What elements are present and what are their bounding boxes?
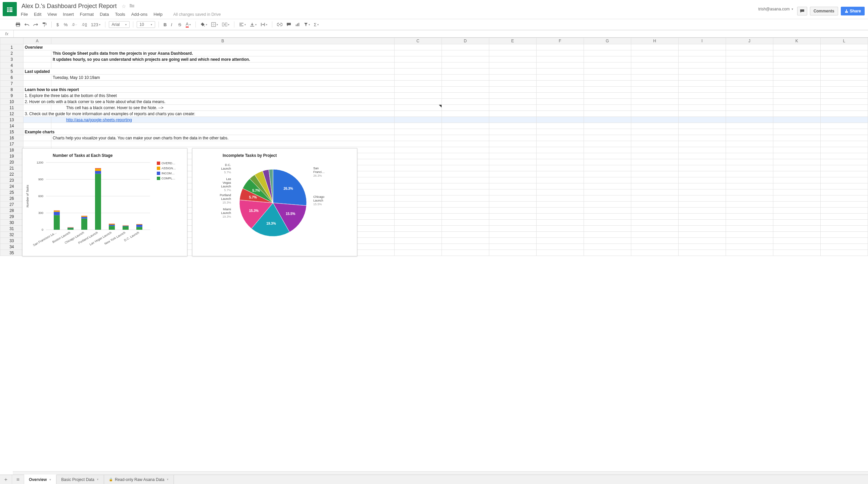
cell[interactable] (394, 244, 441, 250)
cell[interactable] (584, 129, 631, 135)
cell[interactable]: http://asa.na/google-sheets-reporting (51, 117, 394, 123)
cell[interactable] (725, 165, 773, 171)
cell[interactable] (536, 244, 584, 250)
cell[interactable] (441, 177, 489, 183)
cell[interactable] (631, 171, 678, 177)
cell[interactable] (678, 232, 725, 238)
cell[interactable] (23, 117, 51, 123)
cell[interactable] (441, 135, 489, 141)
cell[interactable] (820, 189, 868, 195)
cell[interactable] (394, 44, 441, 50)
cell[interactable] (820, 153, 868, 159)
cell[interactable] (725, 244, 773, 250)
cell[interactable] (394, 141, 441, 147)
cell[interactable] (820, 250, 868, 256)
row-header[interactable]: 2 (0, 50, 24, 56)
cell[interactable] (773, 56, 820, 62)
cell[interactable] (441, 93, 489, 99)
cell[interactable] (678, 68, 725, 74)
cell[interactable] (773, 87, 820, 93)
fill-color-icon[interactable]: ▾ (199, 21, 209, 28)
cell[interactable] (773, 232, 820, 238)
col-K[interactable]: K (773, 38, 820, 44)
cell[interactable] (725, 214, 773, 220)
cell[interactable] (820, 141, 868, 147)
menu-view[interactable]: View (48, 12, 57, 17)
cell[interactable] (489, 44, 536, 50)
cell[interactable] (631, 93, 678, 99)
col-C[interactable]: C (394, 38, 441, 44)
h-align-icon[interactable]: ▾ (238, 22, 247, 28)
cell[interactable] (678, 87, 725, 93)
cell[interactable] (584, 81, 631, 87)
filter-icon[interactable]: ▾ (303, 22, 311, 28)
cell[interactable] (23, 141, 51, 147)
cell[interactable] (678, 171, 725, 177)
row-header[interactable]: 15 (0, 129, 24, 135)
col-D[interactable]: D (441, 38, 489, 44)
cell[interactable] (820, 183, 868, 189)
cell[interactable] (441, 141, 489, 147)
cell[interactable] (441, 202, 489, 208)
menu-format[interactable]: Format (80, 12, 94, 17)
cell[interactable] (441, 99, 489, 105)
cell[interactable] (536, 183, 584, 189)
menu-edit[interactable]: Edit (34, 12, 41, 17)
cell[interactable] (51, 141, 394, 147)
sheets-app-icon[interactable] (3, 2, 17, 16)
cell[interactable] (820, 147, 868, 153)
font-size-select[interactable]: 10▾ (137, 21, 155, 28)
col-G[interactable]: G (584, 38, 631, 44)
cell[interactable] (773, 68, 820, 74)
cell[interactable] (725, 195, 773, 202)
cell[interactable] (631, 238, 678, 244)
row-header[interactable]: 27 (0, 202, 24, 208)
row-header[interactable]: 16 (0, 135, 24, 141)
cell[interactable] (773, 177, 820, 183)
cell[interactable]: Tuesday, May 10 10:19am (51, 74, 394, 81)
row-header[interactable]: 5 (0, 68, 24, 74)
cell[interactable] (725, 105, 773, 111)
row-header[interactable]: 34 (0, 244, 24, 250)
cell[interactable]: 2. Hover on cells with a black corner to… (23, 99, 394, 105)
strikethrough-icon[interactable]: S (177, 21, 183, 28)
cell[interactable] (536, 117, 584, 123)
cell[interactable] (23, 74, 51, 81)
cell[interactable] (536, 93, 584, 99)
cell[interactable] (536, 62, 584, 68)
cell[interactable] (489, 177, 536, 183)
cell[interactable] (441, 111, 489, 117)
cell[interactable] (536, 165, 584, 171)
cell[interactable] (441, 44, 489, 50)
cell[interactable] (820, 232, 868, 238)
col-H[interactable]: H (631, 38, 678, 44)
cell[interactable] (820, 195, 868, 202)
cell[interactable] (394, 165, 441, 171)
cell[interactable] (394, 208, 441, 214)
cell[interactable] (725, 232, 773, 238)
cell[interactable] (536, 123, 584, 129)
cell[interactable] (820, 111, 868, 117)
row-header[interactable]: 7 (0, 81, 24, 87)
row-header[interactable]: 9 (0, 93, 24, 99)
cell[interactable] (773, 74, 820, 81)
row-header[interactable]: 22 (0, 171, 24, 177)
cell[interactable]: Overview (23, 44, 394, 50)
cell[interactable] (536, 74, 584, 81)
cell[interactable] (394, 183, 441, 189)
cell[interactable] (394, 153, 441, 159)
print-icon[interactable] (14, 21, 22, 28)
cell[interactable] (725, 99, 773, 105)
redo-icon[interactable] (32, 22, 39, 28)
cell[interactable] (820, 44, 868, 50)
cell[interactable] (631, 214, 678, 220)
cell[interactable] (678, 177, 725, 183)
cell[interactable] (51, 123, 394, 129)
cell[interactable] (584, 105, 631, 111)
row-header[interactable]: 14 (0, 123, 24, 129)
cell[interactable] (441, 129, 489, 135)
cell[interactable] (820, 202, 868, 208)
cell[interactable] (394, 214, 441, 220)
cell[interactable] (631, 141, 678, 147)
cell[interactable] (584, 99, 631, 105)
